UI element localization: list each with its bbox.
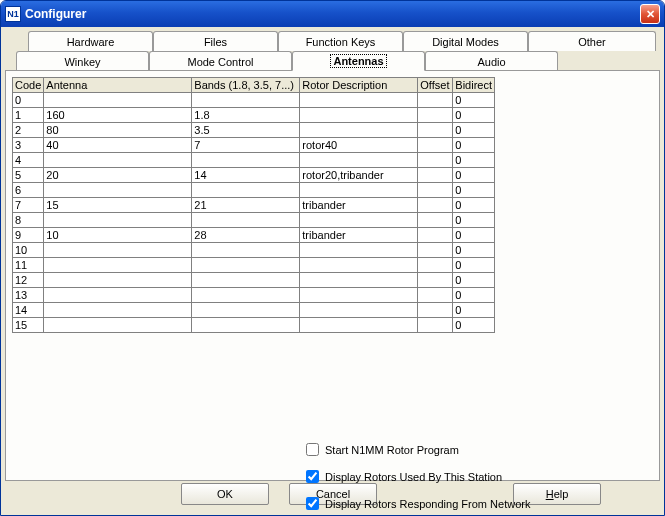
cell-code[interactable]: 4 [13, 153, 44, 168]
cell-code[interactable]: 11 [13, 258, 44, 273]
tab-files[interactable]: Files [153, 31, 278, 51]
table-row[interactable]: 120 [13, 273, 495, 288]
col-header-bands[interactable]: Bands (1.8, 3.5, 7...) [192, 78, 300, 93]
cell-code[interactable]: 7 [13, 198, 44, 213]
tab-digital-modes[interactable]: Digital Modes [403, 31, 528, 51]
cell-bands[interactable] [192, 183, 300, 198]
cell-rotor[interactable] [300, 93, 418, 108]
cell-antenna[interactable]: 40 [44, 138, 192, 153]
cell-offset[interactable] [418, 183, 453, 198]
tab-antennas[interactable]: Antennas [292, 51, 425, 71]
cell-bidirect[interactable]: 0 [453, 93, 495, 108]
cell-rotor[interactable] [300, 183, 418, 198]
cell-offset[interactable] [418, 108, 453, 123]
cell-code[interactable]: 5 [13, 168, 44, 183]
cell-offset[interactable] [418, 138, 453, 153]
table-row[interactable]: 110 [13, 258, 495, 273]
cell-rotor[interactable]: tribander [300, 198, 418, 213]
cell-bands[interactable] [192, 243, 300, 258]
cell-code[interactable]: 1 [13, 108, 44, 123]
cell-antenna[interactable] [44, 288, 192, 303]
cell-rotor[interactable]: tribander [300, 228, 418, 243]
checkbox-display-used[interactable] [306, 470, 319, 483]
cell-bidirect[interactable]: 0 [453, 228, 495, 243]
table-row[interactable]: 140 [13, 303, 495, 318]
cell-offset[interactable] [418, 198, 453, 213]
cell-antenna[interactable]: 20 [44, 168, 192, 183]
cell-code[interactable]: 14 [13, 303, 44, 318]
cell-code[interactable]: 10 [13, 243, 44, 258]
cell-rotor[interactable]: rotor20,tribander [300, 168, 418, 183]
cell-offset[interactable] [418, 213, 453, 228]
cell-antenna[interactable]: 15 [44, 198, 192, 213]
table-row[interactable]: 71521tribander0 [13, 198, 495, 213]
cell-bidirect[interactable]: 0 [453, 258, 495, 273]
cell-code[interactable]: 0 [13, 93, 44, 108]
cell-rotor[interactable] [300, 108, 418, 123]
cell-bidirect[interactable]: 0 [453, 303, 495, 318]
cell-antenna[interactable]: 10 [44, 228, 192, 243]
tab-audio[interactable]: Audio [425, 51, 558, 71]
cell-rotor[interactable] [300, 288, 418, 303]
cell-bands[interactable]: 28 [192, 228, 300, 243]
cell-rotor[interactable] [300, 243, 418, 258]
cell-offset[interactable] [418, 273, 453, 288]
cell-bands[interactable] [192, 288, 300, 303]
table-row[interactable]: 00 [13, 93, 495, 108]
cell-offset[interactable] [418, 288, 453, 303]
cell-bidirect[interactable]: 0 [453, 183, 495, 198]
cell-offset[interactable] [418, 168, 453, 183]
cell-antenna[interactable] [44, 243, 192, 258]
cell-bands[interactable] [192, 258, 300, 273]
col-header-antenna[interactable]: Antenna [44, 78, 192, 93]
table-row[interactable]: 130 [13, 288, 495, 303]
table-row[interactable]: 52014rotor20,tribander0 [13, 168, 495, 183]
table-row[interactable]: 150 [13, 318, 495, 333]
tab-mode-control[interactable]: Mode Control [149, 51, 292, 71]
cell-antenna[interactable]: 80 [44, 123, 192, 138]
table-row[interactable]: 2803.50 [13, 123, 495, 138]
tab-other[interactable]: Other [528, 31, 656, 51]
table-row[interactable]: 100 [13, 243, 495, 258]
cell-antenna[interactable]: 160 [44, 108, 192, 123]
cell-antenna[interactable] [44, 318, 192, 333]
cell-rotor[interactable] [300, 123, 418, 138]
cell-bands[interactable] [192, 318, 300, 333]
titlebar[interactable]: N1 Configurer ✕ [1, 1, 664, 27]
cell-bidirect[interactable]: 0 [453, 288, 495, 303]
cell-bands[interactable] [192, 93, 300, 108]
col-header-code[interactable]: Code [13, 78, 44, 93]
cell-offset[interactable] [418, 123, 453, 138]
cell-rotor[interactable] [300, 213, 418, 228]
cell-code[interactable]: 3 [13, 138, 44, 153]
table-row[interactable]: 80 [13, 213, 495, 228]
cell-bidirect[interactable]: 0 [453, 153, 495, 168]
cell-antenna[interactable] [44, 183, 192, 198]
cell-code[interactable]: 2 [13, 123, 44, 138]
cell-antenna[interactable] [44, 213, 192, 228]
cell-bands[interactable]: 1.8 [192, 108, 300, 123]
table-row[interactable]: 3407rotor400 [13, 138, 495, 153]
cell-bands[interactable]: 7 [192, 138, 300, 153]
checkbox-display-network[interactable] [306, 497, 319, 510]
cell-bands[interactable] [192, 213, 300, 228]
cell-offset[interactable] [418, 228, 453, 243]
antenna-table[interactable]: Code Antenna Bands (1.8, 3.5, 7...) Roto… [12, 77, 495, 333]
cell-code[interactable]: 15 [13, 318, 44, 333]
check-display-rotors-used[interactable]: Display Rotors Used By This Station [306, 470, 530, 483]
tab-winkey[interactable]: Winkey [16, 51, 149, 71]
cell-antenna[interactable] [44, 93, 192, 108]
cell-bands[interactable]: 14 [192, 168, 300, 183]
cell-code[interactable]: 8 [13, 213, 44, 228]
cell-bidirect[interactable]: 0 [453, 123, 495, 138]
checkbox-start-rotor[interactable] [306, 443, 319, 456]
cell-offset[interactable] [418, 318, 453, 333]
cell-bidirect[interactable]: 0 [453, 273, 495, 288]
col-header-offset[interactable]: Offset [418, 78, 453, 93]
cell-offset[interactable] [418, 258, 453, 273]
cell-code[interactable]: 12 [13, 273, 44, 288]
cell-rotor[interactable] [300, 303, 418, 318]
col-header-bidirect[interactable]: Bidirect [453, 78, 495, 93]
cell-rotor[interactable] [300, 258, 418, 273]
cell-antenna[interactable] [44, 153, 192, 168]
